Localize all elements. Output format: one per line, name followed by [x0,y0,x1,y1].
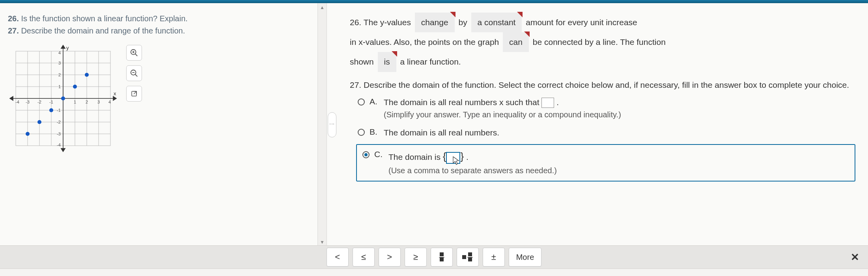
key-more[interactable]: More [509,248,542,267]
key-gt[interactable]: > [379,248,401,267]
svg-text:1: 1 [58,84,61,89]
answer-27-prompt: 27. Describe the domain of the function.… [350,79,855,91]
choice-a-input[interactable] [541,98,554,108]
key-mixed-fraction[interactable] [457,248,479,267]
blank-is[interactable]: is [378,52,396,72]
answer-pane: 26. The y-values change by a constant am… [337,3,868,246]
scroll-down-icon[interactable]: ▼ [320,239,325,245]
question-27: 27. Describe the domain and range of the… [8,26,310,35]
choice-b[interactable]: B. The domain is all real numbers. [358,126,855,139]
graph-plot[interactable]: -3-2-1 123 4-4 321 -1-2-3 4-4 y x [8,43,118,161]
blank-constant[interactable]: a constant [471,13,522,32]
svg-text:-2: -2 [57,120,61,124]
cursor-icon [452,156,460,166]
zoom-out-button[interactable] [126,65,142,81]
svg-text:-3: -3 [57,132,61,136]
svg-marker-16 [113,96,116,100]
svg-text:-1: -1 [57,108,61,113]
window-titlebar: Part 2 of 3 [0,0,868,3]
choice-c-input[interactable] [446,152,460,164]
svg-line-48 [135,74,138,77]
blank-change[interactable]: change [415,13,455,32]
choice-b-letter: B. [370,127,379,137]
blank-can[interactable]: can [503,32,529,52]
svg-text:3: 3 [97,100,100,104]
math-toolbar: < ≤ > ≥ ± More ✕ [0,245,868,269]
choice-c-letter: C. [374,150,384,159]
svg-marker-17 [10,96,13,100]
brace-right-icon: } [460,150,464,162]
q27-answer-number: 27. [350,80,361,89]
key-pm[interactable]: ± [483,248,505,267]
choice-a[interactable]: A. The domain is all real numbers x such… [358,96,855,121]
radio-b[interactable] [358,129,365,136]
brace-left-icon: { [443,150,446,162]
q27-text: Describe the domain and range of the fun… [21,26,185,35]
key-lt[interactable]: < [327,248,349,267]
svg-point-40 [61,96,65,100]
svg-text:-3: -3 [26,100,30,104]
question-26: 26. Is the function shown a linear funct… [8,14,310,23]
axis-x-label: x [114,91,116,96]
svg-text:4: 4 [108,100,111,104]
popout-button[interactable] [126,86,142,102]
svg-line-44 [135,54,138,56]
svg-point-38 [37,120,41,124]
svg-marker-20 [61,148,65,152]
svg-text:-1: -1 [49,100,53,104]
pane-resize-handle[interactable]: ⋮ [327,3,337,246]
key-ge[interactable]: ≥ [405,248,427,267]
q26-answer-number: 26. [350,18,361,27]
svg-text:2: 2 [86,100,88,104]
zoom-in-button[interactable] [126,45,142,61]
scroll-up-icon[interactable]: ▲ [320,5,325,10]
svg-text:-2: -2 [37,100,41,104]
svg-line-51 [134,91,136,94]
svg-marker-19 [61,45,65,48]
svg-point-39 [49,108,53,112]
radio-c[interactable] [362,151,370,158]
radio-a[interactable] [358,98,365,106]
choice-c-selected[interactable]: C. The domain is { } . (Use a comma to s… [356,144,855,182]
key-fraction[interactable] [431,248,453,267]
problem-pane: 26. Is the function shown a linear funct… [0,3,317,246]
svg-text:4: 4 [58,50,61,55]
q26-text: Is the function shown a linear function?… [21,14,187,23]
choice-a-letter: A. [370,97,379,106]
axis-y-label: y [66,45,69,51]
close-toolbar-button[interactable]: ✕ [851,251,859,263]
answer-26-sentence: 26. The y-values change by a constant am… [350,13,855,72]
svg-text:1: 1 [74,100,76,104]
left-scrollbar[interactable]: ▲ ▼ [317,3,327,246]
q26-number: 26. [8,14,19,23]
q27-number: 27. [8,26,19,35]
svg-point-37 [26,132,30,136]
svg-point-41 [73,85,77,89]
drag-dots-icon: ⋮ [328,112,336,137]
key-le[interactable]: ≤ [353,248,375,267]
svg-text:-4: -4 [57,143,61,147]
content-area: 26. Is the function shown a linear funct… [0,3,868,246]
svg-text:2: 2 [58,72,61,77]
svg-point-42 [85,73,89,77]
svg-text:-4: -4 [15,100,19,104]
svg-text:3: 3 [58,61,61,65]
